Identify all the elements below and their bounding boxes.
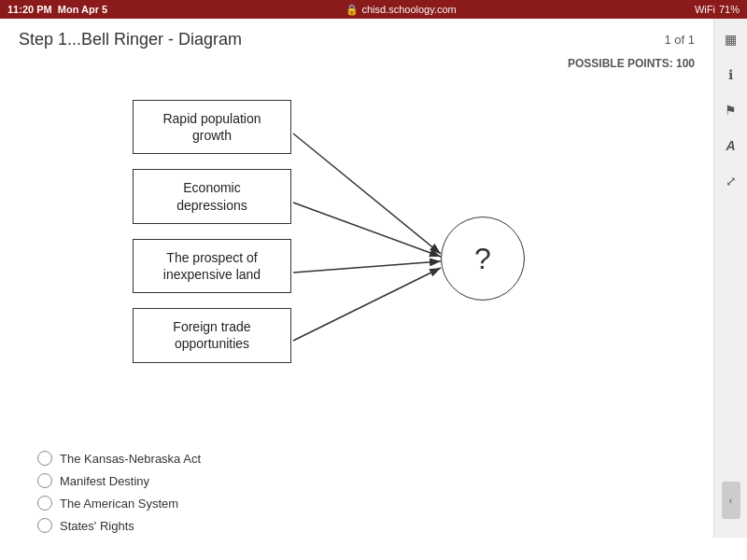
answer-option-4[interactable]: States' Rights (37, 518, 695, 533)
lock-icon: 🔒 (345, 4, 359, 16)
flag-icon[interactable]: ⚑ (718, 97, 744, 123)
svg-line-1 (293, 133, 441, 254)
question-mark: ? (474, 242, 491, 276)
diagram-boxes: Rapid population growth Economic depress… (133, 100, 291, 363)
answer-label-2: Manifest Destiny (60, 474, 149, 488)
answer-option-1[interactable]: The Kansas-Nebraska Act (37, 451, 695, 466)
answer-label-1: The Kansas-Nebraska Act (60, 452, 201, 466)
page-header: Step 1...Bell Ringer - Diagram 1 of 1 (19, 30, 695, 49)
radio-1[interactable] (37, 451, 52, 466)
right-sidebar: ▦ ℹ ⚑ A ⤢ ‹ (713, 19, 747, 538)
diagram-box-3: The prospect of inexpensive land (133, 239, 291, 293)
diagram-container: Rapid population growth Economic depress… (133, 81, 581, 436)
diagram-box-1: Rapid population growth (133, 100, 291, 154)
diagram-circle: ? (441, 217, 525, 301)
status-indicators: WiFi 71% (695, 4, 740, 15)
answer-option-2[interactable]: Manifest Destiny (37, 473, 695, 488)
answer-option-3[interactable]: The American System (37, 496, 695, 511)
main-content: Step 1...Bell Ringer - Diagram 1 of 1 PO… (0, 19, 747, 538)
svg-line-2 (293, 203, 441, 257)
wifi-icon: WiFi (695, 4, 715, 15)
diagram-box-4: Foreign trade opportunities (133, 308, 291, 362)
diagram-box-2: Economic depressions (133, 169, 291, 223)
status-bar: 11:20 PM Mon Apr 5 🔒 chisd.schoology.com… (0, 0, 747, 19)
page-counter: 1 of 1 (664, 33, 695, 47)
url-display: 🔒 chisd.schoology.com (345, 4, 456, 16)
battery-display: 71% (719, 4, 740, 15)
radio-2[interactable] (37, 473, 52, 488)
calendar-icon[interactable]: ▦ (718, 26, 744, 52)
answer-options: The Kansas-Nebraska Act Manifest Destiny… (19, 451, 695, 533)
svg-line-4 (293, 268, 441, 341)
page-title: Step 1...Bell Ringer - Diagram (19, 30, 242, 49)
expand-icon[interactable]: ⤢ (718, 168, 744, 194)
page-content: Step 1...Bell Ringer - Diagram 1 of 1 PO… (0, 19, 713, 538)
answer-label-3: The American System (60, 497, 178, 511)
svg-line-3 (293, 261, 441, 273)
sidebar-collapse-button[interactable]: ‹ (722, 482, 740, 519)
radio-3[interactable] (37, 496, 52, 511)
possible-points: POSSIBLE POINTS: 100 (19, 57, 695, 70)
info-icon[interactable]: ℹ (718, 62, 744, 88)
time-display: 11:20 PM Mon Apr 5 (7, 4, 107, 15)
radio-4[interactable] (37, 518, 52, 533)
answer-label-4: States' Rights (60, 519, 134, 533)
text-resize-icon[interactable]: A (718, 133, 744, 159)
